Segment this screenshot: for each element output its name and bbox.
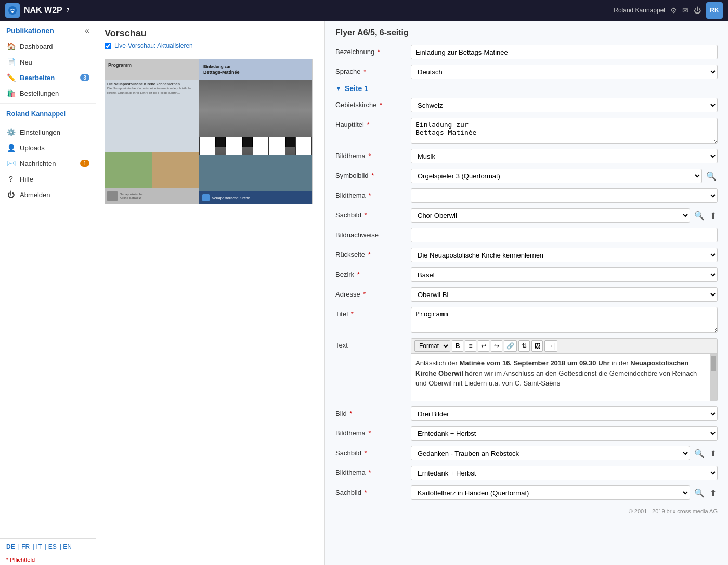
preview-invitation-text: Einladung zur Bettags-Matinée	[199, 59, 312, 80]
sidebar-label-dashboard: Dashboard	[20, 43, 53, 50]
section-seite1-header: ▼ Seite 1	[335, 84, 718, 93]
rte-content[interactable]: Anlässlich der Matinée vom 16. September…	[411, 354, 710, 401]
rte-special1-btn[interactable]: ⇅	[518, 340, 530, 352]
bildthema4-label: Bildthema *	[335, 466, 406, 477]
required-star: *	[349, 409, 352, 417]
rte-bold-btn[interactable]: B	[452, 340, 463, 352]
sachbild3-select[interactable]: Kartoffelherz in Händen (Querformat)	[411, 485, 690, 500]
bezeichnung-input[interactable]	[411, 45, 718, 59]
sidebar-item-abmelden[interactable]: ⏻ Abmelden	[0, 187, 96, 202]
sachbild2-control-row: Gedanken - Trauben an Rebstock 🔍 ⬆	[411, 446, 718, 460]
sachbild1-upload-btn[interactable]: ⬆	[709, 210, 718, 222]
sidebar-label-abmelden: Abmelden	[20, 191, 50, 199]
bildthema1-select[interactable]: Musik	[411, 149, 718, 163]
required-star: *	[357, 271, 360, 278]
sidebar-item-nachrichten[interactable]: ✉️ Nachrichten 1	[0, 156, 96, 171]
gebietskirche-label: Gebietskirche *	[335, 98, 406, 109]
bildthema3-row: Bildthema * Erntedank + Herbst	[335, 426, 718, 441]
bildthema3-select[interactable]: Erntedank + Herbst	[411, 426, 718, 441]
sachbild2-upload-btn[interactable]: ⬆	[709, 447, 718, 459]
sprache-row: Sprache * Deutsch	[335, 65, 718, 79]
edit-icon: ✏️	[6, 73, 16, 82]
required-star: *	[368, 469, 371, 477]
rte-redo-btn[interactable]: ↪	[491, 340, 502, 352]
sachbild1-search-btn[interactable]: 🔍	[693, 210, 706, 222]
sidebar-label-hilfe: Hilfe	[20, 175, 33, 183]
rte-special3-btn[interactable]: →|	[544, 340, 557, 352]
bildthema3-label: Bildthema *	[335, 426, 406, 437]
app-layout: Publikationen « 🏠 Dashboard 📄 Neu ✏️ Bea…	[0, 21, 728, 565]
sachbild1-select[interactable]: Chor Oberwil	[411, 208, 690, 223]
sachbild1-control-row: Chor Oberwil 🔍 ⬆	[411, 208, 718, 223]
required-star: *	[380, 101, 382, 109]
sidebar-collapse-btn[interactable]: «	[85, 26, 89, 35]
required-star: *	[367, 121, 370, 129]
lang-es[interactable]: ES	[48, 543, 57, 550]
bildthema4-select[interactable]: Erntedank + Herbst	[411, 466, 718, 480]
rte-undo-btn[interactable]: ↩	[478, 340, 489, 352]
required-star: *	[368, 429, 371, 437]
lang-en[interactable]: EN	[63, 543, 72, 550]
sachbild3-label: Sachbild *	[335, 485, 406, 496]
titel-textarea[interactable]: Programm	[411, 307, 718, 333]
preview-title: Vorschau	[96, 21, 324, 42]
required-star: *	[351, 310, 354, 318]
sidebar-item-neu[interactable]: 📄 Neu	[0, 54, 96, 70]
settings-icon[interactable]: ⚙	[670, 6, 677, 15]
bild-label: Bild *	[335, 406, 406, 417]
bildthema1-row: Bildthema * Musik	[335, 149, 718, 163]
rte-scrollbar[interactable]	[710, 354, 717, 401]
bildthema2-row: Bildthema *	[335, 188, 718, 203]
form-title: Flyer A6/5, 6-seitig	[335, 28, 718, 37]
required-star: *	[378, 48, 380, 56]
rte-special2-btn[interactable]: 🖼	[531, 340, 543, 352]
preview-logo-bar: Neuapostolische Kirche	[199, 191, 312, 204]
rte-list-btn[interactable]: ≡	[465, 340, 476, 352]
sachbild2-select[interactable]: Gedanken - Trauben an Rebstock	[411, 446, 690, 460]
required-star: *	[371, 172, 374, 179]
collapse-icon[interactable]: ▼	[335, 85, 342, 92]
user-name: Roland Kannappel	[614, 7, 665, 14]
rte-link-btn[interactable]: 🔗	[504, 340, 517, 352]
haupttitel-textarea[interactable]: Einladung zur Bettags-Matinée	[411, 118, 718, 144]
sprache-select[interactable]: Deutsch	[411, 65, 718, 79]
preview-mid-left: Die Neuapostolische Kirche kennenlernen …	[105, 80, 199, 152]
sidebar-item-einstellungen[interactable]: ⚙️ Einstellungen	[0, 124, 96, 140]
sachbild3-search-btn[interactable]: 🔍	[693, 487, 706, 499]
lang-it[interactable]: IT	[36, 543, 42, 550]
required-star: *	[365, 449, 367, 457]
preview-image-container: Programm Die Neuapostolische Kirche kenn…	[96, 55, 324, 215]
sachbild2-search-btn[interactable]: 🔍	[693, 447, 706, 459]
sachbild3-upload-btn[interactable]: ⬆	[709, 487, 718, 499]
nachrichten-badge: 1	[80, 160, 89, 167]
mail-icon[interactable]: ✉	[682, 6, 688, 15]
live-preview-checkbox[interactable]	[105, 43, 111, 49]
sidebar-item-uploads[interactable]: 👤 Uploads	[0, 140, 96, 156]
sachbild3-row: Sachbild * Kartoffelherz in Händen (Quer…	[335, 485, 718, 500]
bild-select[interactable]: Drei Bilder	[411, 406, 718, 421]
rte-format-select[interactable]: Format	[414, 340, 450, 352]
bezirk-select[interactable]: Basel	[411, 267, 718, 282]
sidebar-item-hilfe[interactable]: ? Hilfe	[0, 171, 96, 187]
lang-fr[interactable]: FR	[21, 543, 30, 550]
top-header: NAK W2P 7 Roland Kannappel ⚙ ✉ ⏻ RK	[0, 0, 728, 21]
symbolbild-select[interactable]: Orgelspieler 3 (Querformat)	[411, 169, 702, 183]
logout-icon[interactable]: ⏻	[694, 6, 701, 15]
lang-de[interactable]: DE	[6, 543, 15, 550]
haupttitel-label: Haupttitel *	[335, 118, 406, 129]
sidebar-label-einstellungen: Einstellungen	[20, 129, 60, 136]
gebietskirche-select[interactable]: Schweiz	[411, 98, 718, 112]
symbolbild-search-btn[interactable]: 🔍	[705, 170, 718, 182]
sidebar-item-bearbeiten[interactable]: ✏️ Bearbeiten 3	[0, 70, 96, 85]
bildthema2-select[interactable]	[411, 188, 718, 203]
form-panel: Flyer A6/5, 6-seitig Bezeichnung * Sprac…	[325, 21, 728, 565]
orders-icon: 🛍️	[6, 89, 16, 97]
sidebar-item-dashboard[interactable]: 🏠 Dashboard	[0, 38, 96, 54]
adresse-select[interactable]: Oberwil BL	[411, 287, 718, 302]
rueckseite-select[interactable]: Die Neuapostolische Kirche kennenlernen	[411, 248, 718, 262]
bezeichnung-label: Bezeichnung *	[335, 45, 406, 56]
gear-icon: ⚙️	[6, 128, 16, 136]
sidebar-item-bestellungen[interactable]: 🛍️ Bestellungen	[0, 85, 96, 101]
required-star: *	[363, 68, 366, 75]
bildnachweise-input[interactable]	[411, 228, 718, 242]
